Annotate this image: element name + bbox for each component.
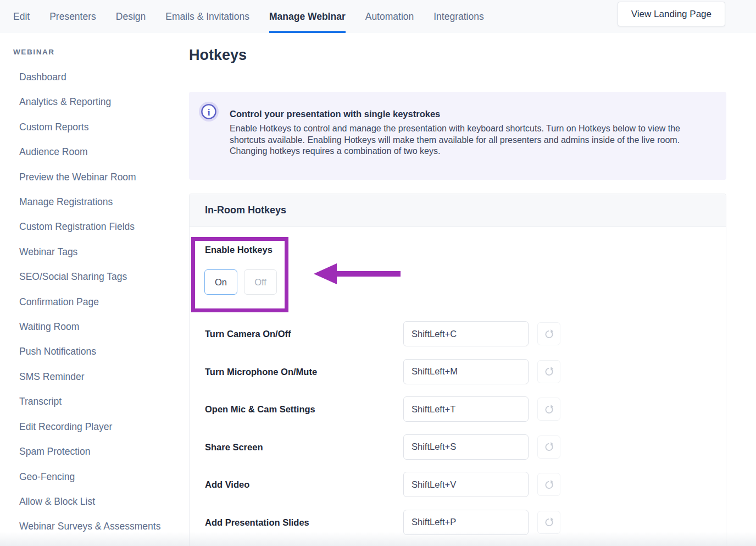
hotkey-input[interactable]: ShiftLeft+V [403, 472, 529, 497]
page-title: Hotkeys [189, 47, 247, 64]
hotkey-row: Turn Microphone On/Mute ShiftLeft+M [205, 359, 710, 384]
reset-hotkey-button[interactable] [537, 473, 560, 496]
sidebar-item-audience-room[interactable]: Audience Room [19, 140, 189, 164]
reset-refresh-icon [543, 366, 555, 377]
reset-hotkey-button[interactable] [537, 322, 560, 345]
sidebar-item-confirmation-page[interactable]: Confirmation Page [19, 290, 189, 315]
hotkey-row: Add Video ShiftLeft+V [205, 472, 710, 497]
svg-text:i: i [208, 107, 210, 118]
hotkey-input[interactable]: ShiftLeft+C [403, 321, 529, 346]
sidebar-section-title: WEBINAR [13, 48, 55, 56]
callout-title: Control your presentation with single ke… [230, 109, 440, 119]
sidebar: WEBINAR DashboardAnalytics & ReportingCu… [0, 33, 189, 546]
hotkey-input[interactable]: ShiftLeft+M [403, 359, 529, 384]
hotkeys-on-button[interactable]: On [204, 269, 237, 295]
hotkey-row: Add Presentation Slides ShiftLeft+P [205, 510, 710, 535]
tab-automation[interactable]: Automation [365, 0, 414, 33]
reset-refresh-icon [543, 441, 555, 453]
hotkey-row: Turn Camera On/Off ShiftLeft+C [205, 321, 710, 346]
tab-presenters[interactable]: Presenters [49, 0, 96, 33]
hotkey-label: Open Mic & Cam Settings [205, 404, 315, 415]
sidebar-item-custom-reports[interactable]: Custom Reports [19, 115, 189, 140]
tab-design[interactable]: Design [116, 0, 146, 33]
hotkey-rows: Turn Camera On/Off ShiftLeft+C Turn Micr… [205, 321, 710, 546]
reset-hotkey-button[interactable] [537, 435, 560, 459]
sidebar-item-seo-social-sharing-tags[interactable]: SEO/Social Sharing Tags [19, 264, 189, 289]
hotkey-input[interactable]: ShiftLeft+P [403, 510, 529, 535]
sidebar-list: DashboardAnalytics & ReportingCustom Rep… [19, 65, 189, 539]
info-icon: i [199, 102, 219, 122]
sidebar-item-sms-reminder[interactable]: SMS Reminder [19, 365, 189, 389]
tab-integrations[interactable]: Integrations [433, 0, 483, 33]
sidebar-item-webinar-surveys-assessments[interactable]: Webinar Surveys & Assessments [19, 514, 189, 539]
reset-hotkey-button[interactable] [537, 398, 560, 421]
hotkey-row: Share Screen ShiftLeft+S [205, 434, 710, 460]
reset-refresh-icon [543, 479, 555, 490]
inroom-hotkeys-card: In-Room Hotkeys Enable Hotkeys On Off Tu… [189, 194, 726, 546]
hotkey-row: Open Mic & Cam Settings ShiftLeft+T [205, 396, 710, 422]
sidebar-item-geo-fencing[interactable]: Geo-Fencing [19, 465, 189, 489]
hotkey-label: Turn Camera On/Off [205, 329, 291, 339]
sidebar-item-spam-protection[interactable]: Spam Protection [19, 439, 189, 464]
callout-body: Enable Hotkeys to control and manage the… [230, 123, 687, 157]
sidebar-item-edit-recording-player[interactable]: Edit Recording Player [19, 415, 189, 439]
sidebar-item-transcript[interactable]: Transcript [19, 389, 189, 414]
sidebar-item-push-notifications[interactable]: Push Notifications [19, 339, 189, 364]
hotkey-label: Turn Microphone On/Mute [205, 366, 317, 377]
hotkey-input[interactable]: ShiftLeft+S [403, 434, 529, 460]
enable-hotkeys-toggle: On Off [204, 269, 277, 295]
topnav-tabs: EditPresentersDesignEmails & Invitations… [13, 0, 484, 33]
reset-refresh-icon [543, 516, 555, 528]
card-title: In-Room Hotkeys [205, 205, 286, 216]
tab-manage-webinar[interactable]: Manage Webinar [269, 0, 346, 33]
enable-hotkeys-label: Enable Hotkeys [205, 245, 273, 255]
sidebar-item-analytics-reporting[interactable]: Analytics & Reporting [19, 90, 189, 114]
hotkeys-off-button[interactable]: Off [244, 269, 277, 295]
sidebar-item-manage-registrations[interactable]: Manage Registrations [19, 190, 189, 214]
tab-edit[interactable]: Edit [13, 0, 30, 33]
tab-emails-invitations[interactable]: Emails & Invitations [165, 0, 249, 33]
sidebar-item-custom-registration-fields[interactable]: Custom Registration Fields [19, 214, 189, 239]
sidebar-item-dashboard[interactable]: Dashboard [19, 65, 189, 90]
reset-hotkey-button[interactable] [537, 360, 560, 383]
sidebar-item-preview-the-webinar-room[interactable]: Preview the Webinar Room [19, 165, 189, 190]
reset-refresh-icon [543, 328, 555, 340]
view-landing-page-button[interactable]: View Landing Page [618, 2, 725, 26]
hotkey-input[interactable]: ShiftLeft+T [403, 396, 529, 422]
reset-refresh-icon [543, 404, 555, 415]
sidebar-item-webinar-tags[interactable]: Webinar Tags [19, 240, 189, 264]
hotkey-label: Add Presentation Slides [205, 517, 309, 527]
top-navigation: EditPresentersDesignEmails & Invitations… [0, 0, 756, 33]
hotkey-label: Add Video [205, 479, 249, 490]
info-callout: i Control your presentation with single … [189, 92, 726, 180]
hotkey-label: Share Screen [205, 442, 263, 452]
sidebar-item-allow-block-list[interactable]: Allow & Block List [19, 489, 189, 514]
card-body: Enable Hotkeys On Off Turn Camera On/Off… [190, 227, 726, 546]
card-header: In-Room Hotkeys [190, 194, 726, 227]
reset-hotkey-button[interactable] [537, 511, 560, 534]
sidebar-item-waiting-room[interactable]: Waiting Room [19, 315, 189, 339]
